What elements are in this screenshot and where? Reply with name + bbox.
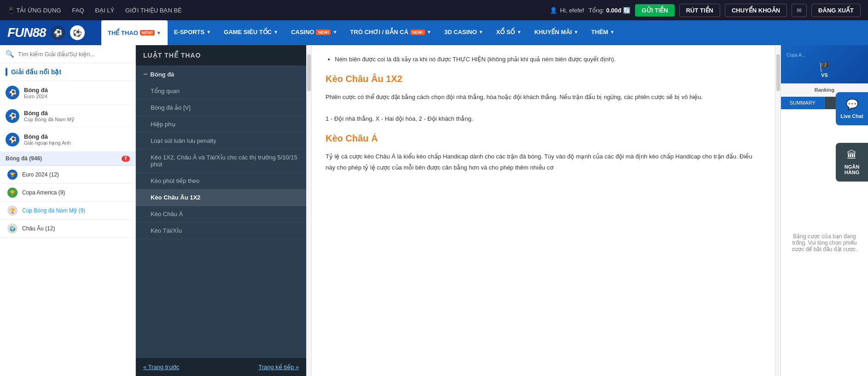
nav-item-khuyen-mai[interactable]: KHUYẾN MÃI ▼: [528, 20, 585, 45]
top-bar-left: 📱 TẢI ỨNG DỤNG FAQ ĐẠI LÝ GIỚI THIỆU BẠN…: [7, 7, 182, 14]
search-input[interactable]: [18, 51, 130, 58]
sport-name-euro: Bóng đá: [24, 87, 130, 94]
league-name-copa: Copa America (9): [22, 189, 128, 196]
section1-body: Phiên cược có thể được đặt bằng cách chọ…: [326, 92, 761, 124]
league-item-copa[interactable]: 🏆 Copa America (9): [0, 184, 135, 202]
nav-label-game-sieu-toc: GAME SIÊU TỐC: [224, 29, 272, 35]
refresh-icon[interactable]: 🔄: [623, 7, 630, 14]
nav-label-the-thao: THỂ THAO: [108, 29, 138, 36]
minus-icon: −: [143, 70, 147, 78]
live-chat-label: Live Chat: [840, 113, 863, 119]
chuyen-khoan-button[interactable]: CHUYỂN KHOẢN: [725, 4, 787, 17]
content-area: Ném biên được coi là đã xảy ra khi nó đư…: [306, 45, 868, 376]
section-label: Bóng đá (946): [6, 155, 42, 162]
nav-badge-tro-choi: NEW!: [410, 29, 425, 35]
nav-item-3d-casino[interactable]: 3D CASINO ▼: [438, 20, 490, 45]
top-dai-ly[interactable]: ĐẠI LÝ: [95, 7, 115, 14]
logo[interactable]: FUN88: [7, 25, 46, 40]
nav-item-xo-so[interactable]: XỔ SỐ ▼: [489, 20, 528, 45]
nav-item-the-thao[interactable]: THỂ THAO NEW! ▼: [101, 20, 168, 45]
content-intro: Ném biên được coi là đã xảy ra khi nó đư…: [326, 54, 761, 65]
scrollbar-right[interactable]: [775, 45, 781, 376]
mail-button[interactable]: ✉: [792, 4, 807, 17]
nav-item-esports[interactable]: E-SPORTS ▼: [168, 20, 217, 45]
rules-item-keo-phut[interactable]: Kèo phút tiếp theo: [136, 173, 306, 189]
chevron-3d-casino: ▼: [479, 29, 484, 35]
sport-item-euro[interactable]: ⚽ Bóng đá Euro 2024: [0, 81, 135, 105]
nav-label-khuyen-mai: KHUYẾN MÃI: [534, 29, 572, 35]
bank-button[interactable]: 🏛 NGÂN HÀNG: [836, 143, 868, 182]
nav-label-esports: E-SPORTS: [174, 29, 204, 35]
chevron-game-sieu-toc: ▼: [274, 29, 278, 35]
nav-item-them[interactable]: THÊM ▼: [585, 20, 621, 45]
rules-item-keo-chau-au[interactable]: Kèo Châu Âu 1X2: [136, 189, 306, 206]
live-chat-button[interactable]: 💬 Live Chat: [836, 92, 868, 125]
league-icon-cup-nam-my: 🏆: [7, 206, 17, 216]
search-bar: 🔍: [0, 45, 135, 63]
gui-tien-button[interactable]: GỬI TIỀN: [635, 4, 674, 17]
chevron-esports: ▼: [206, 29, 211, 35]
top-app-download[interactable]: 📱 TẢI ỨNG DỤNG: [7, 7, 61, 14]
main-content: Ném biên được coi là đã xảy ra khi nó đư…: [312, 45, 775, 376]
widget-tab-summary[interactable]: SUMMARY: [781, 97, 825, 109]
league-icon-chau-au: 🌍: [7, 223, 17, 234]
sport-name-prem: Bóng đá: [24, 133, 130, 140]
prev-page-btn[interactable]: « Trang trước: [143, 364, 179, 370]
chevron-tro-choi: ▼: [427, 29, 431, 35]
sport-sub-prem: Giải ngoại hạng Anh: [24, 140, 130, 146]
logo-area: FUN88 ⚽ ⚽: [0, 20, 101, 45]
section1-para2: 1 - Đội nhà thắng, X - Hai đội hòa, 2 - …: [326, 113, 761, 124]
rules-item-luan-luu[interactable]: Loạt sút luân lưu penalty: [136, 133, 306, 149]
nav-label-casino: CASINO: [291, 29, 315, 35]
rules-item-tong-quan[interactable]: Tổng quan: [136, 83, 306, 100]
nav-item-game-sieu-toc[interactable]: GAME SIÊU TỐC ▼: [217, 20, 285, 45]
nav-label-tro-choi: TRÒ CHƠI / BẮN CÁ: [350, 29, 408, 35]
rules-item-hiep-phu[interactable]: Hiệp phụ: [136, 116, 306, 133]
league-item-euro[interactable]: 🏆 Euro 2024 (12): [0, 166, 135, 184]
next-page-btn[interactable]: Trang kế tiếp »: [258, 364, 299, 370]
sport-item-prem[interactable]: ⚽ Bóng đá Giải ngoại hạng Anh: [0, 128, 135, 152]
chevron-casino: ▼: [332, 29, 337, 35]
sport-sub-copa: Cúp Bóng đá Nam Mỹ: [24, 117, 130, 123]
league-name-cup-nam-my: Cúp Bóng đá Nam Mỹ (9): [22, 207, 128, 214]
league-item-chau-au[interactable]: 🌍 Châu Âu (12): [0, 220, 135, 238]
nav-label-them: THÊM: [591, 29, 608, 35]
rules-item-bong-da-ao[interactable]: Bóng đá ảo [V]: [136, 100, 306, 116]
section1-title: Kèo Châu Âu 1X2: [326, 74, 761, 84]
sport-icon-prem: ⚽: [6, 133, 19, 147]
scrollbar-thumb-left: [307, 54, 311, 91]
live-chat-icon: 💬: [846, 99, 858, 111]
rules-category-bong-da[interactable]: − Bóng đá: [136, 65, 306, 83]
top-gioi-thieu[interactable]: GIỚI THIỆU BẠN BÈ: [125, 7, 182, 14]
rules-item-keo-chau-a[interactable]: Kèo Châu Á: [136, 206, 306, 223]
section1-para1: Phiên cược có thể được đặt bằng cách chọ…: [326, 92, 761, 102]
nav-label-3d-casino: 3D CASINO: [444, 29, 477, 35]
rules-sidebar: LUẬT THỂ THAO − Bóng đá Tổng quan Bóng đ…: [136, 45, 306, 376]
scrollbar-thumb-right: [776, 54, 780, 91]
league-item-cup-nam-my[interactable]: 🏆 Cúp Bóng đá Nam Mỹ (9): [0, 202, 135, 220]
nav-item-tro-choi[interactable]: TRÒ CHƠI / BẮN CÁ NEW! ▼: [344, 20, 437, 45]
username: Hi, efefef: [560, 7, 584, 14]
user-info: 👤 Hi, efefef: [550, 7, 584, 14]
featured-header: Giải đấu nổi bật: [0, 63, 135, 81]
widget-league: Copa A...: [786, 53, 862, 58]
widget-match-teams: 🏴 VS: [786, 61, 862, 78]
bank-label: NGÂN HÀNG: [839, 164, 864, 175]
top-faq[interactable]: FAQ: [72, 7, 84, 14]
nav-items: THỂ THAO NEW! ▼ E-SPORTS ▼ GAME SIÊU TỐC…: [101, 20, 868, 45]
dang-xuat-button[interactable]: ĐĂNG XUẤT: [811, 4, 861, 17]
scrollbar-left[interactable]: [306, 45, 312, 376]
rules-item-keo-tai-xiu[interactable]: Kèo Tài/Xỉu: [136, 223, 306, 239]
rules-item-keo-1x2[interactable]: Kèo 1X2, Châu Á và Tài/Xỉu cho các thị t…: [136, 149, 306, 173]
nav-badge-the-thao: NEW!: [140, 30, 155, 35]
nav-bar: FUN88 ⚽ ⚽ THỂ THAO NEW! ▼ E-SPORTS ▼ GAM…: [0, 20, 868, 45]
chevron-the-thao: ▼: [157, 30, 161, 35]
team-badge-2: ⚽: [70, 25, 85, 40]
chevron-them: ▼: [610, 29, 615, 35]
sport-icon-copa: ⚽: [6, 109, 19, 123]
sport-item-copa[interactable]: ⚽ Bóng đá Cúp Bóng đá Nam Mỹ: [0, 105, 135, 128]
nav-item-casino[interactable]: CASINO NEW! ▼: [285, 20, 344, 45]
featured-bar: [6, 68, 7, 76]
section2-title: Kèo Châu Á: [326, 133, 761, 144]
rut-tien-button[interactable]: RÚT TIỀN: [679, 4, 720, 17]
